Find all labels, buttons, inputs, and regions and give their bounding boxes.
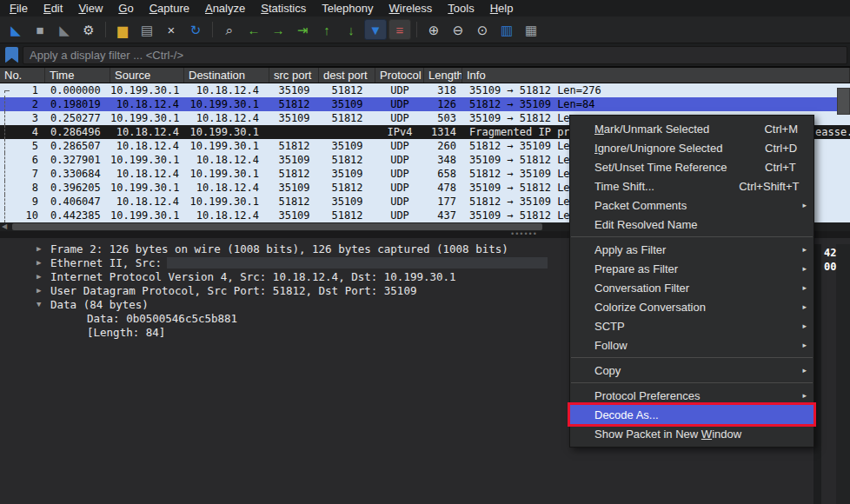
menu-separator [571,357,813,358]
horizontal-scrollbar-thumb[interactable] [12,223,542,230]
bookmark-icon[interactable] [5,47,18,63]
shortcut-label: Ctrl+T [765,161,798,174]
menu-item-decode-as[interactable]: Decode As... [570,405,813,424]
column-header-length[interactable]: Length [424,68,462,83]
packet-list-header: No. Time Source Destination src port des… [0,67,850,83]
resize-columns-button[interactable]: ▥ [495,19,518,40]
display-filter-input[interactable]: Apply a display filter ... <Ctrl-/> [23,46,847,64]
hex-byte: 42 [824,246,836,260]
menu-statistics[interactable]: Statistics [253,1,314,16]
previous-packet-button[interactable]: ← [242,19,265,40]
column-header-destination[interactable]: Destination [184,68,269,83]
menu-separator [571,382,813,383]
menu-item-mark[interactable]: Mark/Unmark Selected Ctrl+M [570,119,813,138]
expand-arrow-icon[interactable]: ▼ [37,300,50,308]
menu-file[interactable]: File [2,1,36,16]
column-header-time[interactable]: Time [45,68,110,83]
go-to-packet-button[interactable]: ⇥ [291,19,314,40]
packet-row-2[interactable]: 2 0.198019 10.18.12.4 10.199.30.1 51812 … [0,97,850,111]
colorize-toggle[interactable]: ≡ [388,19,411,40]
find-packet-button[interactable]: ⌕ [218,19,241,40]
close-file-button[interactable]: × [160,19,183,40]
splitter-handle-icon: •••••• [511,229,538,238]
menu-telephony[interactable]: Telephony [314,1,381,16]
packet-context-menu: Mark/Unmark Selected Ctrl+M Ignore/Unign… [569,115,814,448]
submenu-arrow-icon: ▸ [798,391,807,400]
menu-help[interactable]: Help [482,1,521,16]
toolbar-separator[interactable] [105,22,106,37]
menu-item-ignore[interactable]: Ignore/Unignore Selected Ctrl+D [570,138,813,157]
submenu-arrow-icon: ▸ [798,201,807,209]
submenu-arrow-icon: ▸ [798,366,807,375]
shortcut-label: Ctrl+D [765,142,798,155]
column-header-src-port[interactable]: src port [269,68,319,83]
packet-row-1[interactable]: 1 0.000000 10.199.30.1 10.18.12.4 35109 … [0,83,850,97]
open-file-button[interactable]: ▆ [111,19,134,40]
column-header-info[interactable]: Info [462,68,850,83]
toolbar-separator[interactable] [212,22,213,37]
main-toolbar: ◣ ■ ◣ ⚙ ▆ ▤ × ↻ ⌕ ← → ⇥ ↑ ↓ [0,17,850,43]
menu-item-set-time-reference[interactable]: Set/Unset Time Reference Ctrl+T [570,157,813,176]
zoom-reset-button[interactable]: ⊙ [471,19,494,40]
menu-item-protocol-preferences[interactable]: Protocol Preferences ▸ [570,386,813,405]
scroll-left-arrow-icon[interactable]: ◀ [2,222,7,231]
submenu-arrow-icon: ▸ [798,322,807,330]
menu-view[interactable]: View [70,1,110,16]
menu-wireless[interactable]: Wireless [382,1,441,16]
menu-item-time-shift[interactable]: Time Shift... Ctrl+Shift+T [570,176,813,196]
filter-placeholder: Apply a display filter ... <Ctrl-/> [30,49,183,62]
menu-item-conversation-filter[interactable]: Conversation Filter ▸ [570,278,813,297]
next-packet-button[interactable]: → [267,19,289,40]
wireshark-window: File Edit View Go Capture Analyze Statis… [0,0,850,504]
submenu-arrow-icon: ▸ [798,245,807,254]
zoom-out-button[interactable]: ⊖ [447,19,469,40]
save-file-button[interactable]: ▤ [136,19,158,40]
menu-item-edit-resolved-name[interactable]: Edit Resolved Name [570,215,813,234]
menu-separator [571,236,813,237]
start-capture-button[interactable]: ◣ [4,19,27,40]
zoom-in-button[interactable]: ⊕ [422,19,445,40]
expand-arrow-icon[interactable]: ▶ [37,286,50,295]
menu-go[interactable]: Go [110,1,141,16]
shortcut-label: Ctrl+Shift+T [739,180,799,193]
menu-item-sctp[interactable]: SCTP ▸ [570,316,813,335]
expand-arrow-icon[interactable]: ▶ [37,258,50,267]
menu-item-show-packet-new-window[interactable]: Show Packet in New Window [570,424,813,443]
menu-item-apply-as-filter[interactable]: Apply as Filter ▸ [570,240,813,259]
toolbar-separator[interactable] [416,22,417,37]
hex-byte: 00 [824,260,836,274]
restart-capture-button[interactable]: ◣ [53,19,76,40]
menu-item-copy[interactable]: Copy ▸ [570,361,813,380]
expand-arrow-icon[interactable]: ▶ [37,244,50,253]
submenu-arrow-icon: ▸ [798,341,807,349]
column-header-protocol[interactable]: Protocol [375,68,424,83]
last-packet-button[interactable]: ↓ [340,19,362,40]
column-header-no[interactable]: No. [0,68,45,83]
menu-item-follow[interactable]: Follow ▸ [570,335,813,355]
reload-button[interactable]: ↻ [184,19,207,40]
stop-capture-button[interactable]: ■ [29,19,51,40]
menu-bar: File Edit View Go Capture Analyze Statis… [0,0,850,17]
redacted-value [167,257,548,269]
submenu-arrow-icon: ▸ [798,264,807,273]
menu-capture[interactable]: Capture [142,1,197,16]
vertical-scrollbar-thumb[interactable] [837,88,850,115]
expand-arrow-icon[interactable]: ▶ [37,272,50,281]
menu-item-packet-comments[interactable]: Packet Comments ▸ [570,196,813,215]
menu-analyze[interactable]: Analyze [197,1,253,16]
column-layout-button[interactable]: ▦ [520,19,542,40]
display-filter-bar: Apply a display filter ... <Ctrl-/> [0,43,850,67]
column-header-dest-port[interactable]: dest port [319,68,375,83]
submenu-arrow-icon: ▸ [798,283,807,292]
capture-options-button[interactable]: ⚙ [77,19,100,40]
submenu-arrow-icon: ▸ [798,302,807,311]
menu-item-colorize-conversation[interactable]: Colorize Conversation ▸ [570,297,813,316]
auto-scroll-toggle[interactable]: ▼ [364,19,387,40]
shortcut-label: Ctrl+M [764,123,798,136]
menu-item-prepare-as-filter[interactable]: Prepare as Filter ▸ [570,259,813,278]
first-packet-button[interactable]: ↑ [315,19,338,40]
column-header-source[interactable]: Source [110,68,184,83]
menu-tools[interactable]: Tools [440,1,481,16]
menu-edit[interactable]: Edit [36,1,70,16]
